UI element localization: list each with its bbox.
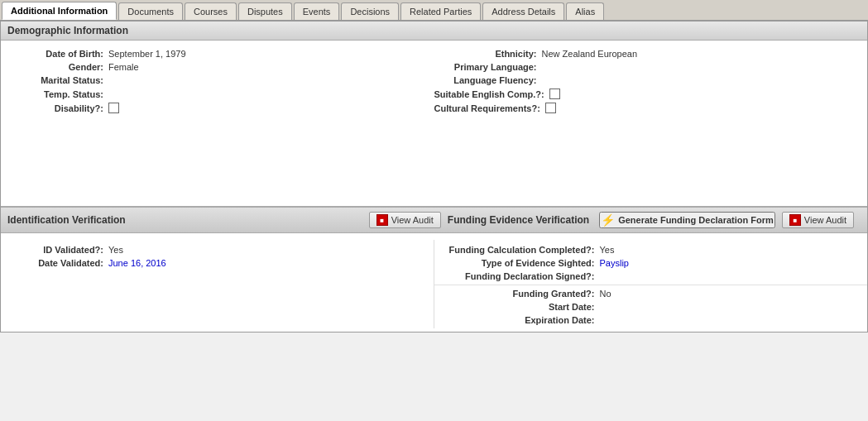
left-gender: Gender: Female bbox=[1, 62, 434, 72]
right-fluency: Language Fluency: bbox=[434, 75, 868, 85]
row-funding-granted: Funding Granted?: No bbox=[434, 289, 868, 299]
label-dob: Date of Birth: bbox=[1, 49, 108, 59]
tab-additional-information[interactable]: Additional Information bbox=[2, 2, 117, 20]
funding-verification-title: Funding Evidence Verification bbox=[448, 214, 589, 226]
checkbox-cultural[interactable] bbox=[545, 103, 556, 113]
value-evidence-type: Payslip bbox=[600, 258, 629, 268]
tab-address-details[interactable]: Address Details bbox=[482, 2, 564, 20]
right-cultural: Cultural Requirements?: bbox=[434, 103, 868, 113]
demographic-form: Date of Birth: September 1, 1979 Ethnici… bbox=[1, 41, 867, 206]
funding-audit-icon: ■ bbox=[789, 214, 801, 226]
left-dob: Date of Birth: September 1, 1979 bbox=[1, 49, 434, 59]
divider bbox=[434, 285, 868, 285]
row-evidence-type: Type of Evidence Sighted: Payslip bbox=[434, 258, 868, 268]
label-english: Suitable English Comp.?: bbox=[434, 89, 549, 99]
tabs-bar: Additional Information Documents Courses… bbox=[0, 0, 868, 22]
label-fluency: Language Fluency: bbox=[434, 75, 542, 85]
row-start-date: Start Date: bbox=[434, 302, 868, 312]
label-declaration-signed: Funding Declaration Signed?: bbox=[434, 271, 600, 281]
left-temp: Temp. Status: bbox=[1, 89, 434, 99]
value-dob: September 1, 1979 bbox=[108, 49, 186, 59]
value-funding-calc: Yes bbox=[600, 245, 615, 255]
value-date-validated: June 16, 2016 bbox=[108, 258, 166, 268]
label-temp: Temp. Status: bbox=[1, 89, 108, 99]
right-english: Suitable English Comp.?: bbox=[434, 89, 868, 99]
label-evidence-type: Type of Evidence Sighted: bbox=[434, 258, 600, 268]
right-primary-language: Primary Language: bbox=[434, 62, 868, 72]
generate-funding-declaration-button[interactable]: ⚡ Generate Funding Declaration Form bbox=[599, 212, 775, 228]
bottom-section: ID Validated?: Yes Date Validated: June … bbox=[1, 233, 867, 332]
label-funding-granted: Funding Granted?: bbox=[434, 289, 600, 299]
content-area: Demographic Information Date of Birth: S… bbox=[0, 22, 868, 332]
lightning-icon: ⚡ bbox=[601, 213, 615, 227]
value-id-validated: Yes bbox=[108, 245, 123, 255]
label-start-date: Start Date: bbox=[434, 302, 600, 312]
form-row-marital-fluency: Marital Status: Language Fluency: bbox=[1, 75, 867, 85]
identification-verification-title: Identification Verification bbox=[7, 214, 369, 226]
tab-alias[interactable]: Alias bbox=[566, 2, 604, 20]
left-marital: Marital Status: bbox=[1, 75, 434, 85]
tab-decisions[interactable]: Decisions bbox=[341, 2, 399, 20]
form-row-temp-english: Temp. Status: Suitable English Comp.?: bbox=[1, 89, 867, 99]
label-cultural: Cultural Requirements?: bbox=[434, 103, 545, 113]
demographic-section-header: Demographic Information bbox=[1, 22, 867, 41]
checkbox-english[interactable] bbox=[549, 89, 560, 99]
value-funding-granted: No bbox=[600, 289, 611, 299]
id-verification-fields: ID Validated?: Yes Date Validated: June … bbox=[1, 240, 434, 328]
label-ethnicity: Ethnicity: bbox=[434, 49, 542, 59]
tab-courses[interactable]: Courses bbox=[185, 2, 237, 20]
form-row-dob-ethnicity: Date of Birth: September 1, 1979 Ethnici… bbox=[1, 49, 867, 59]
funding-view-audit-button[interactable]: ■ View Audit bbox=[782, 212, 854, 228]
funding-verification-fields: Funding Calculation Completed?: Yes Type… bbox=[434, 240, 868, 328]
tab-documents[interactable]: Documents bbox=[118, 2, 183, 20]
tab-events[interactable]: Events bbox=[294, 2, 340, 20]
tab-related-parties[interactable]: Related Parties bbox=[400, 2, 481, 20]
row-funding-calc: Funding Calculation Completed?: Yes bbox=[434, 245, 868, 255]
form-row-gender-language: Gender: Female Primary Language: bbox=[1, 62, 867, 72]
row-declaration-signed: Funding Declaration Signed?: bbox=[434, 271, 868, 281]
label-marital: Marital Status: bbox=[1, 75, 108, 85]
tab-disputes[interactable]: Disputes bbox=[238, 2, 292, 20]
form-row-disability-cultural: Disability?: Cultural Requirements?: bbox=[1, 103, 867, 113]
row-id-validated: ID Validated?: Yes bbox=[1, 245, 434, 255]
label-gender: Gender: bbox=[1, 62, 108, 72]
label-id-validated: ID Validated?: bbox=[1, 245, 108, 255]
label-primary-language: Primary Language: bbox=[434, 62, 542, 72]
row-date-validated: Date Validated: June 16, 2016 bbox=[1, 258, 434, 268]
id-view-audit-button[interactable]: ■ View Audit bbox=[369, 212, 441, 228]
checkbox-disability[interactable] bbox=[108, 103, 119, 113]
row-expiration-date: Expiration Date: bbox=[434, 315, 868, 325]
value-ethnicity: New Zealand European bbox=[542, 49, 638, 59]
label-date-validated: Date Validated: bbox=[1, 258, 108, 268]
left-disability: Disability?: bbox=[1, 103, 434, 113]
value-gender: Female bbox=[108, 62, 139, 72]
verification-bar: Identification Verification ■ View Audit… bbox=[1, 206, 867, 233]
id-audit-icon: ■ bbox=[376, 214, 388, 226]
label-funding-calc: Funding Calculation Completed?: bbox=[434, 245, 600, 255]
label-disability: Disability?: bbox=[1, 103, 108, 113]
right-ethnicity: Ethnicity: New Zealand European bbox=[434, 49, 868, 59]
label-expiration-date: Expiration Date: bbox=[434, 315, 600, 325]
